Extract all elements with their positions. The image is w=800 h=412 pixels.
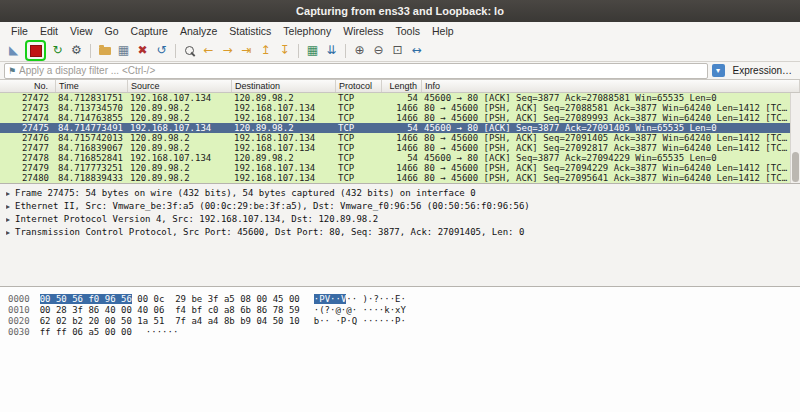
column-header-protocol[interactable]: Protocol [336, 80, 382, 92]
column-header-info[interactable]: Info [422, 80, 800, 92]
expander-icon[interactable]: ▸ [6, 202, 10, 211]
cell-protocol: TCP [336, 113, 382, 123]
menu-item-help[interactable]: Help [426, 22, 460, 40]
previous-packet-icon[interactable]: ← [200, 42, 217, 59]
colorize-packets-icon[interactable]: ▦ [304, 42, 321, 59]
expander-icon[interactable]: ▸ [6, 189, 10, 198]
filter-bookmark-icon[interactable]: ⚑ [8, 66, 16, 76]
detail-line-2[interactable]: ▸Internet Protocol Version 4, Src: 192.1… [6, 213, 800, 226]
packet-list-scrollbar[interactable] [790, 93, 800, 183]
packet-row-27478[interactable]: 2747884.716852841192.168.107.134120.89.9… [0, 153, 790, 163]
open-capture-icon[interactable] [96, 42, 113, 59]
column-header-no[interactable]: No. [0, 80, 56, 92]
menu-item-tools[interactable]: Tools [389, 22, 426, 40]
cell-no: 27472 [0, 93, 56, 103]
cell-length: 1466 [382, 113, 422, 123]
detail-line-3[interactable]: ▸Transmission Control Protocol, Src Port… [6, 226, 800, 239]
menu-item-view[interactable]: View [64, 22, 99, 40]
cell-info: 80 → 45600 [PSH, ACK] Seq=27094229 Ack=3… [422, 163, 790, 173]
menu-item-capture[interactable]: Capture [125, 22, 174, 40]
packet-row-27480[interactable]: 2748084.718839433120.89.98.2192.168.107.… [0, 173, 790, 183]
packet-row-27475[interactable]: 2747584.714773491192.168.107.134120.89.9… [0, 123, 790, 133]
display-filter-input[interactable] [19, 65, 704, 76]
menu-item-analyze[interactable]: Analyze [174, 22, 223, 40]
menu-item-wireless[interactable]: Wireless [337, 22, 389, 40]
cell-length: 1466 [382, 133, 422, 143]
menu-item-statistics[interactable]: Statistics [223, 22, 277, 40]
cell-time: 84.714763855 [56, 113, 128, 123]
hex-ascii[interactable]: b·· ·P·Q ······P· [314, 316, 406, 326]
wireshark-window: Capturing from ens33 and Loopback: lo Fi… [0, 0, 800, 412]
hex-bytes[interactable]: 00 28 3f 86 40 00 40 06 f4 bf c0 a8 6b 8… [40, 305, 300, 315]
menu-item-go[interactable]: Go [99, 22, 125, 40]
last-packet-icon[interactable]: ↧ [276, 42, 293, 59]
title-bar[interactable]: Capturing from ens33 and Loopback: lo [0, 0, 800, 22]
goto-packet-icon[interactable]: ⇥ [238, 42, 255, 59]
hex-bytes[interactable]: 62 02 b2 20 00 50 1a 51 7f a4 a4 8b b9 0… [40, 316, 300, 326]
cell-destination: 192.168.107.134 [232, 103, 336, 113]
hex-row-0020[interactable]: 002062 02 b2 20 00 50 1a 51 7f a4 a4 8b … [8, 316, 800, 327]
filter-dropdown-button[interactable]: ▾ [712, 64, 725, 77]
hex-bytes[interactable]: ff ff 06 a5 00 00 [40, 327, 132, 337]
first-packet-icon[interactable]: ↥ [257, 42, 274, 59]
toolbar-separator [298, 44, 299, 58]
packet-row-27473[interactable]: 2747384.713734570120.89.98.2192.168.107.… [0, 103, 790, 113]
packet-row-27476[interactable]: 2747684.715742013120.89.98.2192.168.107.… [0, 133, 790, 143]
hex-ascii[interactable]: ·PV··V·· )·?···E· [314, 294, 406, 304]
zoom-out-icon[interactable]: ⊖ [370, 42, 387, 59]
packet-row-27474[interactable]: 2747484.714763855120.89.98.2192.168.107.… [0, 113, 790, 123]
cell-info: 45600 → 80 [ACK] Seq=3877 Ack=27091405 W… [422, 123, 790, 133]
cell-source: 192.168.107.134 [128, 123, 232, 133]
cell-info: 80 → 45600 [PSH, ACK] Seq=27092817 Ack=3… [422, 143, 790, 153]
window-title: Capturing from ens33 and Loopback: lo [296, 5, 504, 17]
zoom-in-icon[interactable]: ⊕ [351, 42, 368, 59]
stop-capture-icon[interactable] [27, 42, 44, 59]
expression-button[interactable]: Expression… [725, 65, 796, 76]
detail-line-0[interactable]: ▸Frame 27475: 54 bytes on wire (432 bits… [6, 187, 800, 200]
menu-item-telephony[interactable]: Telephony [277, 22, 337, 40]
column-header-source[interactable]: Source [128, 80, 232, 92]
expander-icon[interactable]: ▸ [6, 215, 10, 224]
cell-destination: 120.89.98.2 [232, 123, 336, 133]
packet-row-27472[interactable]: 2747284.712831751192.168.107.134120.89.9… [0, 93, 790, 103]
next-packet-icon[interactable]: → [219, 42, 236, 59]
packet-row-27479[interactable]: 2747984.717773251120.89.98.2192.168.107.… [0, 163, 790, 173]
toolbar-separator [175, 44, 176, 58]
filter-input-container: ⚑ [4, 63, 708, 79]
cell-protocol: TCP [336, 103, 382, 113]
zoom-original-icon[interactable]: ⊡ [389, 42, 406, 59]
cell-destination: 192.168.107.134 [232, 113, 336, 123]
column-header-destination[interactable]: Destination [232, 80, 336, 92]
expander-icon[interactable]: ▸ [6, 228, 10, 237]
cell-destination: 192.168.107.134 [232, 163, 336, 173]
hex-ascii[interactable]: ·(?·@·@· ····k·xY [314, 305, 406, 315]
save-capture-icon[interactable]: ▦ [115, 42, 132, 59]
detail-line-1[interactable]: ▸Ethernet II, Src: Vmware_be:3f:a5 (00:0… [6, 200, 800, 213]
cell-length: 1466 [382, 173, 422, 183]
reload-capture-icon[interactable]: ↺ [153, 42, 170, 59]
packet-row-27477[interactable]: 2747784.716839067120.89.98.2192.168.107.… [0, 143, 790, 153]
menu-item-edit[interactable]: Edit [34, 22, 64, 40]
cell-time: 84.714773491 [56, 123, 128, 133]
hex-bytes[interactable]: 00 50 56 f0 96 56 00 0c 29 be 3f a5 08 0… [40, 294, 300, 304]
folder-glyph [99, 47, 111, 55]
scrollbar-thumb[interactable] [792, 152, 799, 182]
hex-row-0000[interactable]: 000000 50 56 f0 96 56 00 0c 29 be 3f a5 … [8, 294, 800, 305]
cell-info: 45600 → 80 [ACK] Seq=3877 Ack=27094229 W… [422, 153, 790, 163]
column-header-length[interactable]: Length [382, 80, 422, 92]
auto-scroll-icon[interactable]: ⇊ [323, 42, 340, 59]
capture-options-icon[interactable]: ⚙ [68, 42, 85, 59]
cell-protocol: TCP [336, 123, 382, 133]
hex-ascii[interactable]: ······ [146, 327, 179, 337]
find-packet-icon[interactable] [181, 42, 198, 59]
cell-no: 27474 [0, 113, 56, 123]
close-capture-icon[interactable]: ✖ [134, 42, 151, 59]
hex-offset: 0010 [8, 305, 30, 315]
start-capture-icon[interactable]: ◣ [5, 42, 22, 59]
column-header-time[interactable]: Time [56, 80, 128, 92]
resize-columns-icon[interactable]: ↔ [408, 42, 425, 59]
hex-row-0010[interactable]: 001000 28 3f 86 40 00 40 06 f4 bf c0 a8 … [8, 305, 800, 316]
restart-capture-icon[interactable]: ↻ [49, 42, 66, 59]
hex-row-0030[interactable]: 0030ff ff 06 a5 00 00······ [8, 327, 800, 338]
menu-item-file[interactable]: File [5, 22, 34, 40]
